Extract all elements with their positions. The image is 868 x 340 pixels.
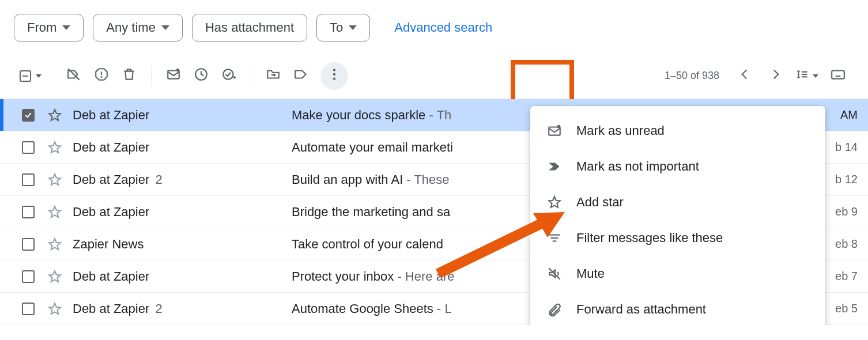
filter-icon — [546, 230, 563, 246]
row-checkbox[interactable] — [22, 303, 35, 315]
menu-item-label: Mark as unread — [576, 123, 665, 138]
mute-icon — [546, 266, 563, 282]
toolbar-divider — [151, 66, 152, 86]
clock-icon — [194, 67, 209, 85]
svg-rect-3 — [168, 71, 179, 79]
star-button[interactable] — [47, 140, 62, 155]
star-button[interactable] — [47, 237, 62, 252]
sender: Zapier News — [73, 237, 292, 252]
menu-filter-like-these[interactable]: Filter messages like these — [530, 220, 825, 256]
to-chip-label: To — [330, 20, 343, 35]
from-chip-label: From — [27, 20, 56, 35]
input-tools-button[interactable] — [793, 62, 821, 90]
sender: Deb at Zapier — [73, 269, 292, 284]
star-button[interactable] — [47, 108, 62, 123]
menu-item-label: Add star — [576, 195, 624, 210]
chevron-down-icon — [62, 25, 70, 30]
svg-point-6 — [223, 69, 233, 79]
add-to-tasks-button[interactable] — [215, 62, 243, 90]
svg-point-7 — [333, 69, 335, 71]
toolbar: 1–50 of 938 — [0, 53, 868, 99]
star-button[interactable] — [47, 301, 62, 316]
star-button[interactable] — [47, 172, 62, 187]
sender: Deb at Zapier — [73, 140, 292, 155]
menu-item-label: Filter messages like these — [576, 231, 723, 245]
svg-point-23 — [557, 125, 560, 128]
sender: Deb at Zapier 2 — [73, 172, 292, 187]
toolbar-divider — [251, 66, 251, 86]
chevron-down-icon — [349, 25, 357, 30]
snippet: - L — [433, 301, 452, 316]
label-off-icon — [66, 67, 81, 85]
task-add-icon — [221, 67, 236, 85]
snooze-button[interactable] — [187, 62, 215, 90]
label-icon — [293, 67, 308, 85]
menu-forward-attachment[interactable]: Forward as attachment — [530, 292, 825, 325]
sender: Deb at Zapier 2 — [73, 301, 292, 316]
report-spam-button[interactable] — [88, 62, 115, 90]
keyboard-button[interactable] — [824, 62, 852, 90]
star-button[interactable] — [47, 205, 62, 220]
input-tools-icon — [795, 67, 810, 85]
menu-mute[interactable]: Mute — [530, 256, 825, 292]
row-checkbox[interactable] — [22, 238, 35, 251]
mark-unread-button[interactable] — [160, 62, 187, 90]
pagination-text[interactable]: 1–50 of 938 — [665, 70, 719, 82]
menu-item-label: Mute — [576, 266, 605, 281]
labels-button[interactable] — [287, 62, 315, 90]
to-chip[interactable]: To — [316, 14, 370, 41]
chevron-left-icon — [737, 67, 752, 85]
attachment-icon — [546, 301, 563, 318]
svg-point-8 — [333, 73, 335, 75]
toolbar-right: 1–50 of 938 — [656, 62, 852, 90]
chevron-down-icon — [813, 74, 818, 78]
anytime-chip[interactable]: Any time — [93, 14, 183, 41]
mail-unread-icon — [166, 67, 181, 85]
next-page-button[interactable] — [762, 62, 790, 90]
delete-button[interactable] — [115, 62, 143, 90]
sender: Deb at Zapier — [73, 205, 292, 220]
row-checkbox[interactable] — [22, 109, 35, 122]
spam-icon — [94, 67, 109, 85]
sender: Deb at Zapier — [73, 108, 292, 123]
thread-count: 2 — [152, 301, 162, 316]
keyboard-icon — [831, 67, 846, 85]
menu-item-label: Forward as attachment — [576, 302, 706, 317]
menu-add-star[interactable]: Add star — [530, 184, 825, 220]
menu-mark-not-important[interactable]: Mark as not important — [530, 149, 825, 184]
svg-rect-22 — [549, 127, 560, 135]
snippet: - These — [403, 172, 449, 187]
menu-item-label: Mark as not important — [576, 159, 699, 174]
more-actions-menu: Mark as unread Mark as not important Add… — [530, 106, 825, 325]
thread-count: 2 — [152, 172, 162, 187]
svg-rect-16 — [832, 71, 844, 79]
from-chip[interactable]: From — [14, 14, 84, 41]
row-checkbox[interactable] — [22, 173, 35, 186]
chevron-right-icon — [768, 67, 783, 85]
has-attachment-chip-label: Has attachment — [205, 20, 294, 35]
has-attachment-chip[interactable]: Has attachment — [192, 14, 307, 41]
advanced-search-link[interactable]: Advanced search — [394, 20, 492, 35]
svg-point-9 — [333, 77, 335, 80]
remove-label-button[interactable] — [60, 62, 88, 90]
star-icon — [546, 194, 563, 210]
chevron-down-icon — [36, 74, 41, 78]
more-actions-button[interactable] — [320, 62, 348, 90]
menu-mark-unread[interactable]: Mark as unread — [530, 113, 825, 149]
select-all-button[interactable] — [16, 62, 45, 90]
move-to-folder-icon — [266, 67, 281, 85]
filter-chips-row: From Any time Has attachment To Advanced… — [0, 0, 868, 53]
svg-point-4 — [176, 69, 179, 71]
mail-unread-icon — [546, 123, 563, 139]
star-button[interactable] — [47, 269, 62, 284]
importance-icon — [546, 158, 563, 175]
row-checkbox[interactable] — [22, 270, 35, 283]
svg-point-2 — [101, 77, 101, 77]
prev-page-button[interactable] — [731, 62, 758, 90]
select-all-checkbox-icon — [20, 70, 31, 82]
snippet: - Th — [425, 108, 451, 122]
anytime-chip-label: Any time — [106, 20, 156, 35]
move-to-button[interactable] — [259, 62, 287, 90]
row-checkbox[interactable] — [22, 141, 35, 154]
row-checkbox[interactable] — [22, 206, 35, 218]
